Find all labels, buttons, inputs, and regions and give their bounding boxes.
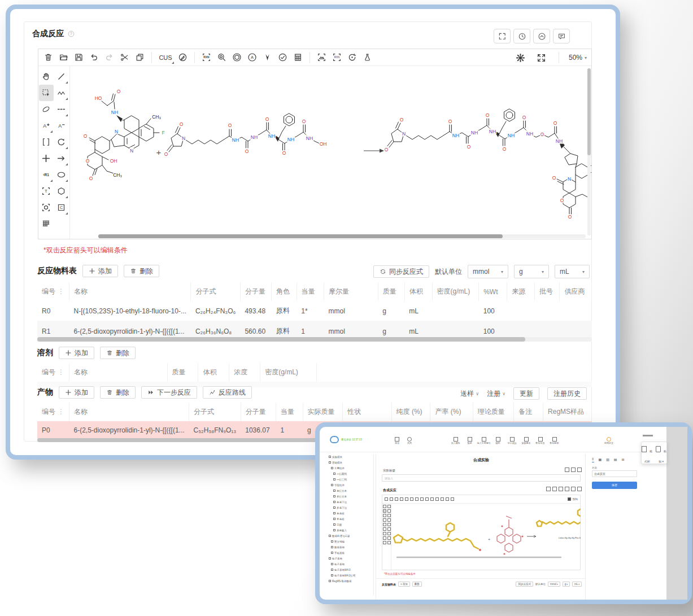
- reaction-canvas[interactable]: HO O NH CH₃ F N N O O O OH CH₃ +: [70, 66, 591, 239]
- mini-delete-button[interactable]: 删除: [412, 582, 422, 587]
- mini-toolbar-item[interactable]: 物料: [491, 437, 505, 444]
- tab-grid[interactable]: ▦: [599, 457, 602, 462]
- sidebar-item[interactable]: 单选框: [326, 510, 373, 516]
- mol-unit-select[interactable]: mmol▾: [468, 265, 508, 278]
- collapse-icon[interactable]: [571, 468, 576, 472]
- pan-tool[interactable]: [39, 68, 54, 85]
- reaction-arrow-tool[interactable]: [54, 150, 69, 167]
- sidebar-item[interactable]: 电子表格: [326, 556, 373, 561]
- expand-canvas-button[interactable]: [534, 50, 549, 65]
- sidebar-item[interactable]: 一行三列: [326, 477, 373, 482]
- comment-button[interactable]: [553, 29, 570, 43]
- mini-title-input[interactable]: 请输入: [382, 474, 581, 482]
- mini-save-button[interactable]: 保存: [391, 437, 403, 444]
- cell[interactable]: 原料: [272, 301, 297, 321]
- custom-templates-button[interactable]: CUS: [156, 50, 175, 65]
- next-step-button[interactable]: 下一步反应: [141, 386, 197, 399]
- bond-tool[interactable]: [54, 68, 69, 85]
- settings-button[interactable]: [513, 50, 528, 65]
- cell[interactable]: [560, 301, 592, 321]
- mini-submit-button[interactable]: 协同提交: [601, 437, 617, 444]
- fullscreen-icon[interactable]: [546, 487, 551, 491]
- charge-plus-tool[interactable]: [39, 117, 54, 134]
- mini-toolbar-item[interactable]: 审计追踪: [505, 437, 519, 444]
- update-button[interactable]: 更新: [513, 387, 539, 400]
- sidebar-item[interactable]: 手绘画板: [326, 550, 373, 556]
- tab-calendar[interactable]: ▤: [614, 457, 617, 462]
- aromatize-button[interactable]: [229, 50, 245, 65]
- ellipse-tool[interactable]: [54, 167, 69, 183]
- chevron-up-icon[interactable]: [559, 487, 563, 491]
- table-row[interactable]: R0 N-[(10S,23S)-10-ethyl-18-fluoro-10-..…: [37, 301, 592, 321]
- rotate-3d-button[interactable]: [345, 50, 360, 65]
- mini-panel-button[interactable]: 保存: [592, 482, 637, 489]
- sync-reaction-button[interactable]: 同步反应式: [373, 265, 429, 278]
- periodic-table-tool[interactable]: [39, 216, 54, 232]
- chain-tool[interactable]: [54, 85, 69, 101]
- copy-button[interactable]: [132, 50, 147, 65]
- solvents-add-button[interactable]: 添加: [59, 347, 94, 359]
- sidebar-item[interactable]: 电子表格W4.0公司: [326, 573, 373, 578]
- benzene-tool[interactable]: [54, 183, 69, 199]
- history-icon[interactable]: [565, 468, 569, 472]
- help-icon[interactable]: [67, 30, 75, 38]
- cell[interactable]: mmol: [324, 301, 378, 321]
- check-structure-button[interactable]: [275, 50, 290, 65]
- mini-toolbar-item[interactable]: 插入引用编号: [477, 437, 491, 444]
- drag-dots-icon[interactable]: ⋮: [58, 408, 64, 416]
- sidebar-item[interactable]: 图文编辑: [326, 539, 373, 544]
- sidebar-item[interactable]: 一行两列: [326, 471, 373, 477]
- cell[interactable]: 1: [276, 421, 303, 440]
- solvents-delete-button[interactable]: 删除: [100, 347, 136, 359]
- stereo-wedge-button[interactable]: [260, 50, 275, 65]
- register-dropdown[interactable]: 注册∨: [487, 389, 505, 399]
- cut-button[interactable]: [117, 50, 132, 65]
- tab-user[interactable]: ▧: [606, 457, 609, 462]
- mini-sync-button[interactable]: 同步反应式: [516, 582, 533, 587]
- erase-tool[interactable]: [39, 101, 54, 117]
- mini-toolbar-item[interactable]: 数据备份: [533, 437, 547, 444]
- cell[interactable]: [507, 301, 535, 321]
- mini-toolbar-item[interactable]: 预览: [463, 437, 477, 444]
- style-button[interactable]: [175, 50, 190, 65]
- reaction-route-button[interactable]: 反应路线: [203, 386, 252, 399]
- sidebar-item[interactable]: 单选下拉: [326, 499, 373, 505]
- cell[interactable]: [535, 301, 560, 321]
- paste-button[interactable]: 粘贴 ▾: [656, 444, 666, 464]
- layout-button[interactable]: [314, 50, 329, 65]
- mini-add-button[interactable]: +添加: [398, 582, 410, 587]
- mini-close-button[interactable]: 关闭: [403, 437, 416, 444]
- rxn-template-button[interactable]: [329, 50, 345, 65]
- cell[interactable]: g: [378, 301, 404, 321]
- sidebar-item[interactable]: 多选下拉: [326, 505, 373, 510]
- canvas-hscrollbar[interactable]: [98, 234, 586, 238]
- sidebar-item[interactable]: 多行文本: [326, 493, 373, 499]
- comment-icon[interactable]: [565, 487, 569, 491]
- mini-toolbar-item[interactable]: 数据解析: [547, 437, 561, 444]
- mini-view-button[interactable]: [360, 50, 375, 65]
- sidebar-item[interactable]: 日期: [326, 522, 373, 527]
- sidebar-item[interactable]: 电子表格W4.0: [326, 567, 373, 573]
- materials-add-button[interactable]: 添加: [82, 265, 118, 277]
- mini-panel-input[interactable]: 合成反应: [592, 470, 637, 477]
- cell[interactable]: 100: [479, 301, 507, 321]
- redo-button[interactable]: [102, 50, 117, 65]
- mini-reaction-drawing[interactable]: + Linker-Gly-Gly-Gly-Phe-Gly: [391, 504, 581, 560]
- sidebar-item[interactable]: 常用组件: [326, 465, 373, 471]
- sidebar-item[interactable]: 实验模块: [326, 454, 373, 460]
- cell[interactable]: 1*: [297, 301, 324, 321]
- history-button[interactable]: [513, 29, 530, 43]
- comment-icon[interactable]: [577, 468, 582, 472]
- mini-volume-unit-select[interactable]: mL▾: [572, 582, 582, 587]
- products-delete-button[interactable]: 删除: [100, 386, 136, 399]
- sidebar-item[interactable]: 单行文本: [326, 488, 373, 493]
- mini-toolbar-item[interactable]: 存入模版: [448, 437, 463, 444]
- volume-unit-select[interactable]: mL▾: [555, 265, 590, 278]
- dashed-bond-tool[interactable]: [54, 101, 69, 117]
- delete-icon[interactable]: [571, 487, 576, 491]
- format-painter-button[interactable]: 格式刷: [642, 444, 652, 464]
- text-tool[interactable]: [39, 183, 54, 199]
- mass-unit-select[interactable]: g▾: [514, 265, 549, 278]
- sidebar-item[interactable]: 字段组件: [326, 482, 373, 488]
- open-button[interactable]: [56, 50, 71, 65]
